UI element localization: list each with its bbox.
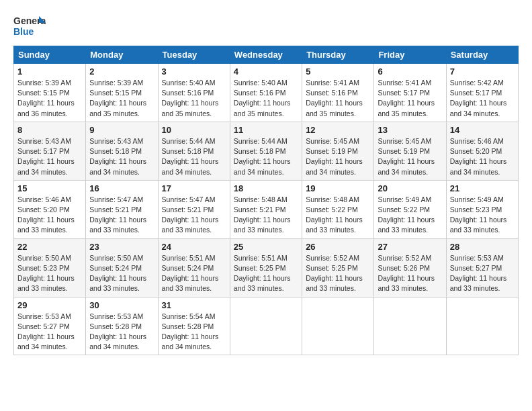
svg-text:Blue: Blue: [13, 26, 34, 37]
day-number: 18: [234, 183, 298, 193]
day-info: Sunrise: 5:50 AM Sunset: 5:23 PM Dayligh…: [17, 253, 82, 294]
day-number: 17: [162, 183, 226, 193]
calendar-week-4: 22 Sunrise: 5:50 AM Sunset: 5:23 PM Dayl…: [14, 238, 519, 297]
calendar-cell: 16 Sunrise: 5:47 AM Sunset: 5:21 PM Dayl…: [86, 180, 158, 238]
calendar-cell: 28 Sunrise: 5:53 AM Sunset: 5:27 PM Dayl…: [446, 238, 518, 297]
calendar-cell: [230, 297, 302, 355]
header-friday: Friday: [374, 46, 446, 64]
day-info: Sunrise: 5:46 AM Sunset: 5:20 PM Dayligh…: [450, 136, 515, 177]
calendar-week-1: 1 Sunrise: 5:39 AM Sunset: 5:15 PM Dayli…: [14, 64, 519, 122]
day-number: 9: [89, 125, 154, 135]
calendar-cell: 7 Sunrise: 5:42 AM Sunset: 5:17 PM Dayli…: [446, 64, 518, 122]
calendar-cell: 24 Sunrise: 5:51 AM Sunset: 5:24 PM Dayl…: [158, 238, 230, 297]
day-number: 7: [450, 66, 515, 77]
calendar-cell: 11 Sunrise: 5:44 AM Sunset: 5:18 PM Dayl…: [230, 122, 302, 180]
day-info: Sunrise: 5:53 AM Sunset: 5:27 PM Dayligh…: [17, 312, 82, 353]
logo-icon: General Blue: [13, 13, 46, 39]
day-number: 1: [17, 66, 82, 77]
calendar-cell: 2 Sunrise: 5:39 AM Sunset: 5:15 PM Dayli…: [86, 64, 158, 122]
day-number: 24: [162, 242, 226, 252]
day-number: 14: [450, 125, 515, 135]
day-info: Sunrise: 5:43 AM Sunset: 5:17 PM Dayligh…: [17, 136, 82, 177]
day-number: 26: [306, 242, 370, 252]
calendar-week-5: 29 Sunrise: 5:53 AM Sunset: 5:27 PM Dayl…: [14, 297, 519, 355]
calendar-cell: 30 Sunrise: 5:53 AM Sunset: 5:28 PM Dayl…: [86, 297, 158, 355]
day-info: Sunrise: 5:53 AM Sunset: 5:27 PM Dayligh…: [450, 253, 515, 294]
day-info: Sunrise: 5:39 AM Sunset: 5:15 PM Dayligh…: [17, 78, 82, 119]
days-header-row: SundayMondayTuesdayWednesdayThursdayFrid…: [14, 46, 519, 64]
calendar-cell: 13 Sunrise: 5:45 AM Sunset: 5:19 PM Dayl…: [374, 122, 446, 180]
day-info: Sunrise: 5:47 AM Sunset: 5:21 PM Dayligh…: [89, 195, 154, 236]
day-number: 6: [378, 66, 442, 77]
day-number: 29: [17, 300, 82, 310]
day-info: Sunrise: 5:45 AM Sunset: 5:19 PM Dayligh…: [306, 136, 370, 177]
day-info: Sunrise: 5:40 AM Sunset: 5:16 PM Dayligh…: [234, 78, 298, 119]
page-header: General Blue: [13, 13, 519, 39]
header-monday: Monday: [86, 46, 158, 64]
day-info: Sunrise: 5:51 AM Sunset: 5:25 PM Dayligh…: [234, 253, 298, 294]
calendar-cell: 8 Sunrise: 5:43 AM Sunset: 5:17 PM Dayli…: [14, 122, 86, 180]
calendar-cell: 1 Sunrise: 5:39 AM Sunset: 5:15 PM Dayli…: [14, 64, 86, 122]
day-number: 25: [234, 242, 298, 252]
header-tuesday: Tuesday: [158, 46, 230, 64]
day-info: Sunrise: 5:41 AM Sunset: 5:17 PM Dayligh…: [378, 78, 442, 119]
calendar-cell: 29 Sunrise: 5:53 AM Sunset: 5:27 PM Dayl…: [14, 297, 86, 355]
calendar-cell: 25 Sunrise: 5:51 AM Sunset: 5:25 PM Dayl…: [230, 238, 302, 297]
header-thursday: Thursday: [302, 46, 374, 64]
calendar-cell: 20 Sunrise: 5:49 AM Sunset: 5:22 PM Dayl…: [374, 180, 446, 238]
calendar-cell: 14 Sunrise: 5:46 AM Sunset: 5:20 PM Dayl…: [446, 122, 518, 180]
day-number: 27: [378, 242, 442, 252]
day-number: 12: [306, 125, 370, 135]
calendar-cell: 9 Sunrise: 5:43 AM Sunset: 5:18 PM Dayli…: [86, 122, 158, 180]
calendar-cell: 26 Sunrise: 5:52 AM Sunset: 5:25 PM Dayl…: [302, 238, 374, 297]
day-number: 10: [162, 125, 226, 135]
day-info: Sunrise: 5:40 AM Sunset: 5:16 PM Dayligh…: [162, 78, 226, 119]
calendar-cell: 4 Sunrise: 5:40 AM Sunset: 5:16 PM Dayli…: [230, 64, 302, 122]
calendar-cell: 6 Sunrise: 5:41 AM Sunset: 5:17 PM Dayli…: [374, 64, 446, 122]
day-number: 23: [89, 242, 154, 252]
day-info: Sunrise: 5:44 AM Sunset: 5:18 PM Dayligh…: [162, 136, 226, 177]
calendar-cell: 10 Sunrise: 5:44 AM Sunset: 5:18 PM Dayl…: [158, 122, 230, 180]
day-number: 19: [306, 183, 370, 193]
header-sunday: Sunday: [14, 46, 86, 64]
calendar-cell: 12 Sunrise: 5:45 AM Sunset: 5:19 PM Dayl…: [302, 122, 374, 180]
day-number: 16: [89, 183, 154, 193]
day-info: Sunrise: 5:43 AM Sunset: 5:18 PM Dayligh…: [89, 136, 154, 177]
header-saturday: Saturday: [446, 46, 518, 64]
day-info: Sunrise: 5:46 AM Sunset: 5:20 PM Dayligh…: [17, 195, 82, 236]
day-info: Sunrise: 5:44 AM Sunset: 5:18 PM Dayligh…: [234, 136, 298, 177]
calendar-cell: [374, 297, 446, 355]
day-info: Sunrise: 5:51 AM Sunset: 5:24 PM Dayligh…: [162, 253, 226, 294]
calendar-cell: 3 Sunrise: 5:40 AM Sunset: 5:16 PM Dayli…: [158, 64, 230, 122]
day-info: Sunrise: 5:52 AM Sunset: 5:25 PM Dayligh…: [306, 253, 370, 294]
calendar-week-3: 15 Sunrise: 5:46 AM Sunset: 5:20 PM Dayl…: [14, 180, 519, 238]
calendar-cell: 19 Sunrise: 5:48 AM Sunset: 5:22 PM Dayl…: [302, 180, 374, 238]
calendar-cell: 18 Sunrise: 5:48 AM Sunset: 5:21 PM Dayl…: [230, 180, 302, 238]
day-number: 28: [450, 242, 515, 252]
day-number: 11: [234, 125, 298, 135]
day-info: Sunrise: 5:48 AM Sunset: 5:21 PM Dayligh…: [234, 195, 298, 236]
calendar-cell: 31 Sunrise: 5:54 AM Sunset: 5:28 PM Dayl…: [158, 297, 230, 355]
calendar-cell: 27 Sunrise: 5:52 AM Sunset: 5:26 PM Dayl…: [374, 238, 446, 297]
day-number: 5: [306, 66, 370, 77]
day-number: 13: [378, 125, 442, 135]
day-number: 22: [17, 242, 82, 252]
calendar-cell: 21 Sunrise: 5:49 AM Sunset: 5:23 PM Dayl…: [446, 180, 518, 238]
day-number: 15: [17, 183, 82, 193]
calendar-cell: [446, 297, 518, 355]
day-info: Sunrise: 5:41 AM Sunset: 5:16 PM Dayligh…: [306, 78, 370, 119]
day-info: Sunrise: 5:39 AM Sunset: 5:15 PM Dayligh…: [89, 78, 154, 119]
day-number: 4: [234, 66, 298, 77]
day-number: 30: [89, 300, 154, 310]
day-info: Sunrise: 5:47 AM Sunset: 5:21 PM Dayligh…: [162, 195, 226, 236]
calendar-cell: 22 Sunrise: 5:50 AM Sunset: 5:23 PM Dayl…: [14, 238, 86, 297]
calendar-cell: 23 Sunrise: 5:50 AM Sunset: 5:24 PM Dayl…: [86, 238, 158, 297]
day-info: Sunrise: 5:54 AM Sunset: 5:28 PM Dayligh…: [162, 312, 226, 353]
day-number: 20: [378, 183, 442, 193]
day-number: 3: [162, 66, 226, 77]
calendar-cell: 15 Sunrise: 5:46 AM Sunset: 5:20 PM Dayl…: [14, 180, 86, 238]
calendar-cell: 17 Sunrise: 5:47 AM Sunset: 5:21 PM Dayl…: [158, 180, 230, 238]
calendar-table: SundayMondayTuesdayWednesdayThursdayFrid…: [13, 46, 519, 355]
calendar-week-2: 8 Sunrise: 5:43 AM Sunset: 5:17 PM Dayli…: [14, 122, 519, 180]
day-number: 21: [450, 183, 515, 193]
